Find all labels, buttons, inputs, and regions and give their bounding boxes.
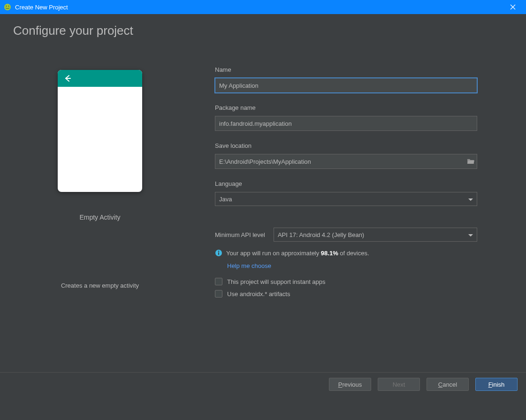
finish-button[interactable]: Finish [475, 378, 518, 391]
preview-column: Empty Activity Creates a new empty activ… [13, 66, 187, 302]
api-dropdown[interactable]: API 17: Android 4.2 (Jelly Bean) [274, 228, 477, 242]
svg-point-7 [218, 251, 219, 252]
info-prefix: Your app will run on approximately [226, 250, 321, 257]
androidx-checkbox[interactable] [215, 290, 222, 298]
titlebar: Create New Project [0, 0, 526, 14]
close-icon [510, 4, 516, 10]
api-label: Minimum API level [215, 231, 265, 238]
location-group: Save location [215, 142, 477, 169]
svg-rect-8 [218, 252, 219, 255]
svg-point-1 [6, 6, 7, 7]
android-studio-icon [4, 3, 11, 11]
chevron-down-icon [468, 196, 473, 203]
previous-button[interactable]: Previous [329, 378, 371, 391]
back-arrow-icon [63, 74, 72, 83]
chevron-down-icon [468, 231, 473, 238]
instant-apps-row: This project will support instant apps [215, 278, 477, 285]
window-title: Create New Project [15, 4, 503, 11]
help-choose-link[interactable]: Help me choose [227, 262, 271, 269]
instant-apps-label: This project will support instant apps [227, 278, 326, 285]
folder-icon [467, 158, 474, 165]
svg-point-2 [8, 6, 9, 7]
preview-label: Empty Activity [79, 214, 120, 221]
language-value: Java [219, 196, 232, 203]
preview-description: Creates a new empty activity [61, 282, 139, 289]
svg-point-0 [4, 4, 11, 10]
button-bar: Previous Next Cancel Finish [0, 372, 526, 396]
browse-folder-button[interactable] [467, 158, 474, 165]
name-label: Name [215, 66, 477, 73]
package-input[interactable] [215, 116, 477, 131]
device-coverage-info: Your app will run on approximately 98.1%… [215, 249, 477, 257]
cancel-button[interactable]: Cancel [427, 378, 469, 391]
info-pct: 98.1% [321, 250, 338, 257]
info-icon [215, 249, 222, 257]
language-dropdown[interactable]: Java [215, 192, 477, 206]
location-input[interactable] [215, 154, 477, 169]
language-group: Language Java [215, 180, 477, 206]
androidx-label: Use androidx.* artifacts [227, 290, 290, 298]
page-title: Configure your project [13, 23, 513, 38]
api-row: Minimum API level API 17: Android 4.2 (J… [215, 228, 477, 242]
language-label: Language [215, 180, 477, 187]
info-suffix: of devices. [338, 250, 369, 257]
next-button[interactable]: Next [378, 378, 420, 391]
phone-preview [58, 70, 142, 192]
location-label: Save location [215, 142, 477, 149]
close-button[interactable] [503, 0, 522, 14]
package-label: Package name [215, 104, 477, 111]
main-area: Empty Activity Creates a new empty activ… [13, 66, 513, 302]
package-group: Package name [215, 104, 477, 131]
instant-apps-checkbox[interactable] [215, 278, 222, 285]
content-area: Configure your project Empty Activity Cr… [0, 14, 526, 396]
form-column: Name Package name Save location [215, 66, 513, 302]
androidx-row: Use androidx.* artifacts [215, 290, 477, 298]
api-value: API 17: Android 4.2 (Jelly Bean) [278, 231, 364, 238]
phone-header [58, 70, 142, 87]
name-group: Name [215, 66, 477, 93]
name-input[interactable] [215, 78, 477, 93]
